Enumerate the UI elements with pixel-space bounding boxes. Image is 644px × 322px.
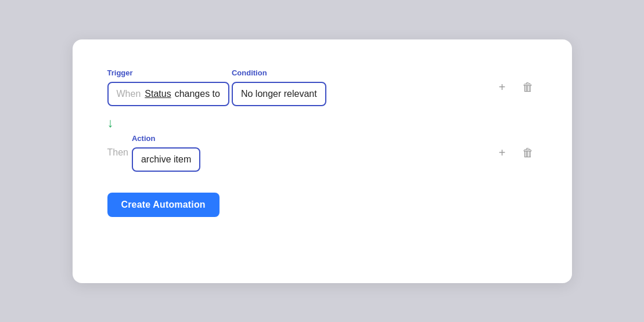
condition-block: Condition No longer relevant xyxy=(232,68,326,106)
trigger-condition-section: Trigger When Status changes to Condition… xyxy=(107,68,495,106)
action-section: Then Action archive item xyxy=(107,134,495,172)
create-button-section: Create Automation xyxy=(107,172,537,217)
action-delete-button[interactable]: 🗑 xyxy=(519,144,537,162)
add-icon-2: + xyxy=(499,146,506,160)
condition-pill[interactable]: No longer relevant xyxy=(232,82,326,106)
action-row: Then Action archive item + 🗑 xyxy=(107,134,537,172)
action-value: archive item xyxy=(141,154,191,165)
delete-icon-2: 🗑 xyxy=(522,146,534,160)
trigger-row-actions: + 🗑 xyxy=(495,78,537,96)
delete-icon: 🗑 xyxy=(522,81,534,94)
trigger-status[interactable]: Status xyxy=(145,89,171,99)
trigger-delete-button[interactable]: 🗑 xyxy=(519,78,537,96)
create-automation-button[interactable]: Create Automation xyxy=(107,193,220,217)
trigger-block: Trigger When Status changes to xyxy=(107,68,229,106)
add-icon: + xyxy=(499,81,506,94)
condition-label: Condition xyxy=(232,68,326,77)
trigger-when: When xyxy=(117,89,141,99)
trigger-add-button[interactable]: + xyxy=(495,78,509,96)
arrow-section: ↓ xyxy=(107,114,114,129)
arrow-down-icon: ↓ xyxy=(107,117,114,129)
action-block: Action archive item xyxy=(132,134,200,172)
trigger-changes-to: changes to xyxy=(175,89,220,99)
action-pill[interactable]: archive item xyxy=(132,147,200,172)
arrow-row: ↓ xyxy=(107,114,537,129)
trigger-condition-row: Trigger When Status changes to Condition… xyxy=(107,68,537,106)
trigger-pill[interactable]: When Status changes to xyxy=(107,82,229,106)
action-add-button[interactable]: + xyxy=(495,144,509,162)
action-label: Action xyxy=(132,134,200,143)
then-text: Then xyxy=(107,147,128,158)
condition-value: No longer relevant xyxy=(241,89,317,99)
action-then-label: Then xyxy=(107,147,128,158)
action-row-actions: + 🗑 xyxy=(495,144,537,162)
automation-card: Trigger When Status changes to Condition… xyxy=(73,39,572,283)
trigger-label: Trigger xyxy=(107,68,229,77)
